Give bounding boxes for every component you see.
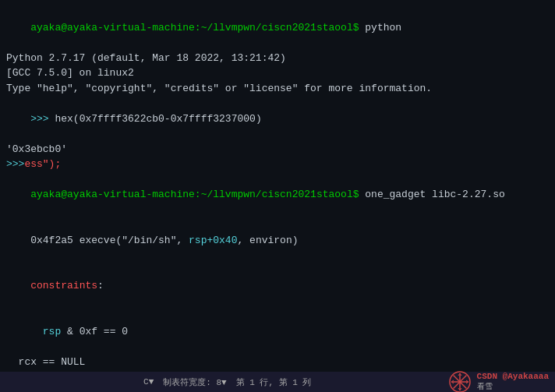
encoding-selector[interactable]: C▼ xyxy=(143,377,154,387)
terminal-line: >>>ess"); xyxy=(6,157,549,172)
terminal-line: constraints: xyxy=(6,263,549,309)
terminal-line: >>> hex(0x7ffff3622cb0-0x7ffff3237000) xyxy=(6,96,549,142)
bottom-bar: C▼ 制表符宽度: 8▼ 第 1 行, 第 1 列 xyxy=(0,372,555,392)
terminal-line: Type "help", "copyright", "credits" or "… xyxy=(6,81,549,97)
logo-text-group: CSDN @Ayakaaaa 看雪 xyxy=(477,372,549,392)
bottom-right: CSDN @Ayakaaaa 看雪 xyxy=(449,371,549,392)
bottom-center: C▼ 制表符宽度: 8▼ 第 1 行, 第 1 列 xyxy=(143,376,311,388)
terminal-line: rsp & 0xf == 0 xyxy=(6,309,549,355)
prompt: ayaka@ayaka-virtual-machine:~/llvmpwn/ci… xyxy=(30,22,359,34)
terminal-line: [GCC 7.5.0] on linux2 xyxy=(6,65,549,81)
terminal-line: 0x4f2a5 execve("/bin/sh", rsp+0x40, envi… xyxy=(6,217,549,263)
kanxue-label: 看雪 xyxy=(477,381,549,392)
terminal-line: ayaka@ayaka-virtual-machine:~/llvmpwn/ci… xyxy=(6,172,549,218)
cursor-position: 第 1 行, 第 1 列 xyxy=(236,376,312,388)
terminal: ayaka@ayaka-virtual-machine:~/llvmpwn/ci… xyxy=(0,0,555,392)
terminal-line: Python 2.7.17 (default, Mar 18 2022, 13:… xyxy=(6,51,549,66)
terminal-line: rcx == NULL xyxy=(6,355,549,370)
tab-width-selector[interactable]: 制表符宽度: 8▼ xyxy=(163,376,226,388)
terminal-line: ayaka@ayaka-virtual-machine:~/llvmpwn/ci… xyxy=(6,5,549,51)
terminal-line: '0x3ebcb0' xyxy=(6,142,549,157)
csdn-label: CSDN @Ayakaaaa xyxy=(477,372,549,381)
kanxue-logo-icon xyxy=(449,371,471,392)
